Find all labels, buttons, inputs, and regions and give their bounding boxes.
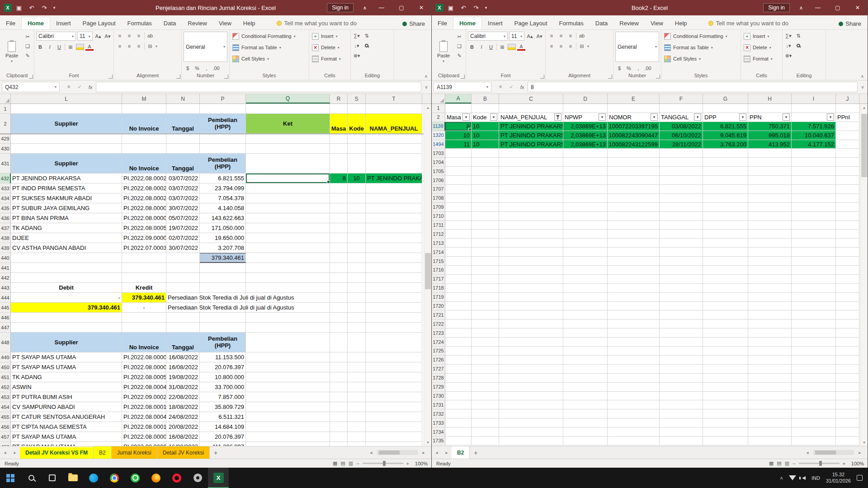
cell[interactable] <box>792 436 836 446</box>
cell[interactable] <box>472 427 499 436</box>
add-sheet-icon[interactable]: + <box>210 446 222 459</box>
cell[interactable] <box>366 253 422 263</box>
cell[interactable]: PT SAYAP MAS UTAMA <box>11 362 122 372</box>
row-header[interactable]: 1718 <box>432 284 445 293</box>
sheet-nav-right-icon[interactable]: ▸ <box>442 446 452 459</box>
cell[interactable]: 33.700.000 <box>200 382 246 392</box>
row-header[interactable]: 1729 <box>432 383 445 392</box>
tray-expand-icon[interactable]: ˄ <box>780 475 783 481</box>
cell[interactable] <box>608 167 660 176</box>
row-header[interactable]: 1734 <box>432 427 445 436</box>
cell[interactable] <box>748 383 792 392</box>
cell[interactable] <box>608 284 660 293</box>
cell[interactable] <box>348 303 366 313</box>
cell[interactable] <box>703 310 748 319</box>
row-header[interactable]: 455 <box>0 412 11 422</box>
cell[interactable] <box>608 400 660 409</box>
cell[interactable] <box>836 409 859 418</box>
cell[interactable] <box>200 134 246 144</box>
cell[interactable] <box>348 283 366 293</box>
cell[interactable] <box>366 203 422 213</box>
cell[interactable] <box>608 409 660 418</box>
cell[interactable] <box>660 328 703 338</box>
dialog-launcher-icon[interactable] <box>176 75 180 79</box>
cell[interactable] <box>246 144 330 154</box>
cell[interactable] <box>608 356 660 365</box>
cell[interactable] <box>472 374 499 383</box>
cell[interactable] <box>445 239 472 248</box>
cell[interactable] <box>166 144 200 154</box>
cell[interactable]: 10.800.000 <box>200 372 246 382</box>
cell[interactable] <box>608 319 660 328</box>
cell[interactable] <box>472 239 499 248</box>
cell[interactable] <box>246 402 330 412</box>
cell[interactable]: PI.2022.08.00026 <box>122 174 166 183</box>
cell[interactable] <box>748 302 792 311</box>
cell[interactable] <box>499 239 563 248</box>
row-header[interactable]: 1727 <box>432 365 445 374</box>
cell[interactable] <box>792 185 836 194</box>
cell[interactable] <box>703 284 748 293</box>
column-header-D[interactable]: D <box>563 94 608 103</box>
cell[interactable] <box>330 422 348 432</box>
cell[interactable] <box>366 372 422 382</box>
ribbon-tab-page-layout[interactable]: Page Layout <box>509 17 553 29</box>
row-header[interactable]: 1719 <box>432 293 445 302</box>
cell[interactable] <box>748 409 792 418</box>
cell[interactable] <box>200 144 246 154</box>
cell[interactable] <box>246 352 330 362</box>
cell[interactable] <box>836 176 859 185</box>
ribbon-tab-insert[interactable]: Insert <box>50 17 77 29</box>
column-header-C[interactable]: C <box>499 94 563 103</box>
cell[interactable] <box>330 432 348 442</box>
cell[interactable] <box>348 333 366 352</box>
cell[interactable] <box>563 167 608 176</box>
file-explorer-taskbar-button[interactable] <box>62 468 83 488</box>
cell[interactable] <box>703 319 748 328</box>
cell[interactable]: Persediaan Stok Teredia di Juli di jual … <box>166 293 200 303</box>
comma-format-icon[interactable]: , <box>203 64 211 72</box>
underline-button[interactable]: U <box>487 43 495 51</box>
filter-dropdown-icon[interactable]: ▾ <box>599 113 606 121</box>
cell[interactable]: PT JENINDO PRAKARSA <box>499 140 563 149</box>
cell[interactable] <box>563 409 608 418</box>
cell[interactable] <box>792 284 836 293</box>
close-button[interactable]: ✕ <box>848 0 868 15</box>
column-header-I[interactable]: I <box>792 94 836 103</box>
cell[interactable] <box>472 167 499 176</box>
find-select-icon[interactable] <box>363 42 371 50</box>
delete-button[interactable]: ✕Delete▾ <box>743 43 780 52</box>
cell[interactable] <box>703 383 748 392</box>
cell[interactable]: 10 <box>472 122 499 131</box>
cell[interactable] <box>563 400 608 409</box>
cell[interactable] <box>246 392 330 402</box>
align-top-icon[interactable]: ≡ <box>116 32 124 40</box>
cell[interactable] <box>703 230 748 239</box>
cell[interactable] <box>563 185 608 194</box>
cell[interactable]: - <box>11 293 122 303</box>
tell-me-box[interactable]: Tell me what you want to do <box>273 17 360 29</box>
find-select-icon[interactable] <box>794 42 802 50</box>
cell[interactable] <box>499 158 563 167</box>
cell[interactable] <box>563 319 608 328</box>
conditional-formatting-button[interactable]: Conditional Formatting▾ <box>663 32 739 41</box>
cell[interactable] <box>472 400 499 409</box>
undo-icon[interactable]: ↶ <box>458 2 469 13</box>
cell[interactable] <box>563 230 608 239</box>
cell[interactable] <box>608 104 660 113</box>
cell[interactable]: 24/08/2022 <box>166 412 200 422</box>
cell[interactable] <box>499 347 563 356</box>
cell[interactable] <box>836 436 859 446</box>
cell[interactable] <box>748 284 792 293</box>
cell[interactable] <box>703 347 748 356</box>
italic-button[interactable]: I <box>477 43 486 51</box>
insert-function-icon[interactable]: fx <box>85 80 96 94</box>
row-header[interactable]: 1714 <box>432 248 445 257</box>
cell[interactable] <box>836 400 859 409</box>
row-header[interactable]: 445 <box>0 303 11 313</box>
opera-taskbar-button[interactable] <box>166 468 187 488</box>
increase-font-icon[interactable]: A▴ <box>94 32 102 40</box>
save-icon[interactable]: ▣ <box>445 2 456 13</box>
sheet-tab-b2[interactable]: B2 <box>452 446 470 459</box>
cell[interactable] <box>563 104 608 113</box>
